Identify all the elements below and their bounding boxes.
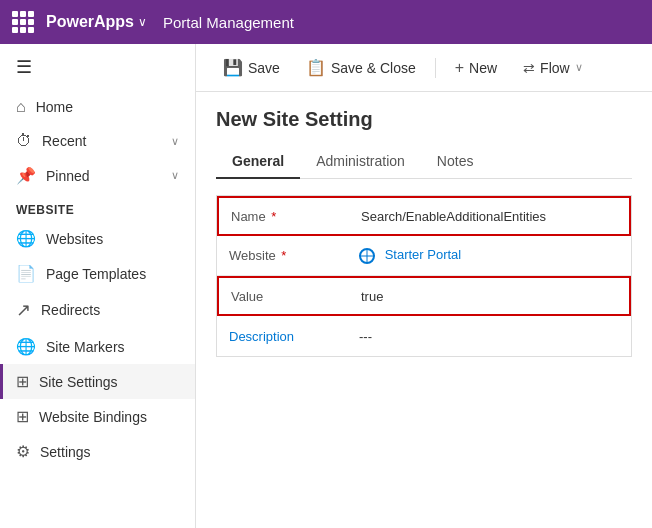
- new-button[interactable]: + New: [444, 53, 508, 83]
- save-close-label: Save & Close: [331, 60, 416, 76]
- settings-grid-icon: ⊞: [16, 372, 29, 391]
- flow-icon: ⇄: [523, 60, 535, 76]
- flow-button[interactable]: ⇄ Flow ∨: [512, 54, 594, 82]
- name-label: Name *: [219, 201, 349, 232]
- toolbar-divider: [435, 58, 436, 78]
- globe-icon: 🌐: [16, 229, 36, 248]
- content-area: 💾 Save 📋 Save & Close + New ⇄ Flow ∨ New…: [196, 44, 652, 528]
- description-value[interactable]: ---: [347, 321, 631, 352]
- website-label: Website *: [217, 240, 347, 271]
- gear-icon: ⚙: [16, 442, 30, 461]
- value-label: Value: [219, 281, 349, 312]
- toolbar: 💾 Save 📋 Save & Close + New ⇄ Flow ∨: [196, 44, 652, 92]
- chevron-down-icon: ∨: [171, 135, 179, 148]
- sidebar-item-settings[interactable]: ⚙ Settings: [0, 434, 195, 469]
- sidebar-item-label: Pinned: [46, 168, 161, 184]
- sidebar-item-label: Site Settings: [39, 374, 179, 390]
- chevron-down-icon: ∨: [171, 169, 179, 182]
- sidebar-item-website-bindings[interactable]: ⊞ Website Bindings: [0, 399, 195, 434]
- sidebar-item-label: Website Bindings: [39, 409, 179, 425]
- sidebar-item-pinned[interactable]: 📌 Pinned ∨: [0, 158, 195, 193]
- apps-grid-icon[interactable]: [12, 11, 34, 33]
- description-field-row: Description ---: [217, 316, 631, 356]
- globe-icon: [359, 248, 375, 264]
- value-input[interactable]: true: [349, 281, 629, 312]
- flow-chevron-icon: ∨: [575, 61, 583, 74]
- sidebar-section-website: Website: [0, 193, 195, 221]
- new-label: New: [469, 60, 497, 76]
- sidebar-item-label: Websites: [46, 231, 179, 247]
- tab-bar: General Administration Notes: [216, 145, 632, 179]
- portal-name: Portal Management: [163, 14, 294, 31]
- flow-label: Flow: [540, 60, 570, 76]
- sidebar-item-label: Home: [36, 99, 179, 115]
- form-area: New Site Setting General Administration …: [196, 92, 652, 528]
- sidebar-item-label: Redirects: [41, 302, 179, 318]
- sidebar-item-websites[interactable]: 🌐 Websites: [0, 221, 195, 256]
- name-required-indicator: *: [271, 209, 276, 224]
- tab-administration[interactable]: Administration: [300, 145, 421, 179]
- save-label: Save: [248, 60, 280, 76]
- marker-icon: 🌐: [16, 337, 36, 356]
- sidebar-item-home[interactable]: ⌂ Home: [0, 90, 195, 124]
- hamburger-icon[interactable]: ☰: [0, 44, 195, 90]
- tab-general[interactable]: General: [216, 145, 300, 179]
- name-field-row: Name * Search/EnableAdditionalEntities: [217, 196, 631, 236]
- website-value[interactable]: Starter Portal: [347, 239, 631, 272]
- sidebar-item-redirects[interactable]: ↗ Redirects: [0, 291, 195, 329]
- home-icon: ⌂: [16, 98, 26, 116]
- app-name: PowerApps: [46, 13, 134, 31]
- sidebar-item-site-settings[interactable]: ⊞ Site Settings: [0, 364, 195, 399]
- value-field-row: Value true: [217, 276, 631, 316]
- sidebar-item-recent[interactable]: ⏱ Recent ∨: [0, 124, 195, 158]
- website-required-indicator: *: [281, 248, 286, 263]
- website-field-row: Website * Starter Portal: [217, 236, 631, 276]
- plus-icon: +: [455, 59, 464, 77]
- topbar: PowerApps ∨ Portal Management: [0, 0, 652, 44]
- sidebar-item-site-markers[interactable]: 🌐 Site Markers: [0, 329, 195, 364]
- save-icon: 💾: [223, 58, 243, 77]
- sidebar-item-page-templates[interactable]: 📄 Page Templates: [0, 256, 195, 291]
- name-value[interactable]: Search/EnableAdditionalEntities: [349, 201, 629, 232]
- sidebar: ☰ ⌂ Home ⏱ Recent ∨ 📌 Pinned ∨ Website 🌐…: [0, 44, 196, 528]
- description-label: Description: [217, 321, 347, 352]
- sidebar-item-label: Site Markers: [46, 339, 179, 355]
- sidebar-item-label: Page Templates: [46, 266, 179, 282]
- tab-notes[interactable]: Notes: [421, 145, 490, 179]
- sidebar-item-label: Recent: [42, 133, 161, 149]
- redirect-icon: ↗: [16, 299, 31, 321]
- save-close-icon: 📋: [306, 58, 326, 77]
- app-chevron[interactable]: ∨: [138, 15, 147, 29]
- recent-icon: ⏱: [16, 132, 32, 150]
- bindings-icon: ⊞: [16, 407, 29, 426]
- save-button[interactable]: 💾 Save: [212, 52, 291, 83]
- save-close-button[interactable]: 📋 Save & Close: [295, 52, 427, 83]
- page-icon: 📄: [16, 264, 36, 283]
- pin-icon: 📌: [16, 166, 36, 185]
- sidebar-item-label: Settings: [40, 444, 179, 460]
- main-layout: ☰ ⌂ Home ⏱ Recent ∨ 📌 Pinned ∨ Website 🌐…: [0, 44, 652, 528]
- form-fields: Name * Search/EnableAdditionalEntities W…: [216, 195, 632, 357]
- form-title: New Site Setting: [216, 108, 632, 131]
